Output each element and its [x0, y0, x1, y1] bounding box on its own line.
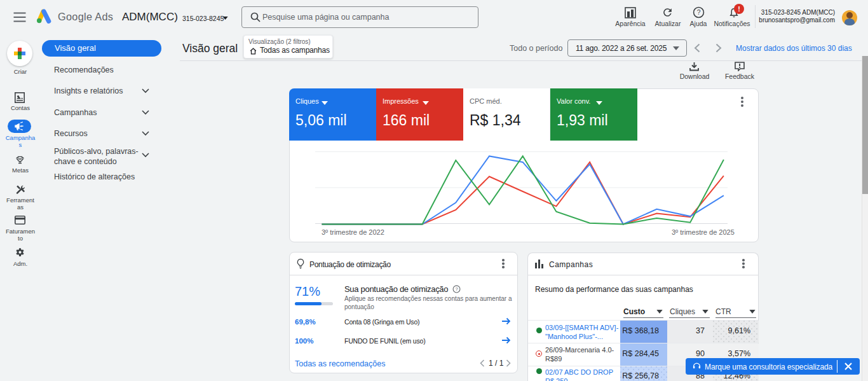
svg-text:?: ? [697, 9, 701, 16]
svg-text:?: ? [455, 286, 458, 292]
